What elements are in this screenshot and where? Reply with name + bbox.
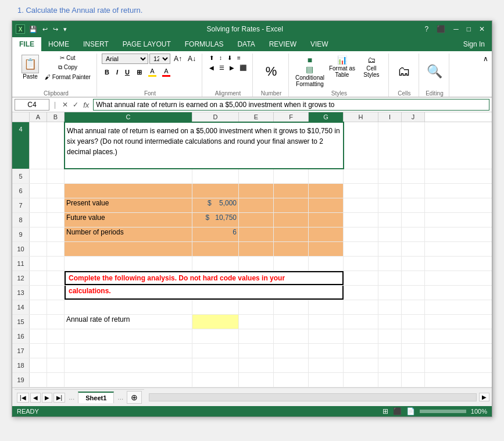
cell-i18[interactable] xyxy=(378,358,402,372)
cell-f9[interactable] xyxy=(274,227,309,241)
cell-a8[interactable] xyxy=(30,213,47,227)
cell-i6[interactable] xyxy=(378,184,402,198)
cell-c9[interactable]: Number of periods xyxy=(65,227,192,241)
undo-quick-btn[interactable]: ↩ xyxy=(41,24,49,34)
cell-c7[interactable]: Present value xyxy=(65,198,192,212)
cell-j18[interactable] xyxy=(402,358,425,372)
cell-j11[interactable] xyxy=(402,257,425,271)
cell-d10[interactable] xyxy=(192,242,239,256)
cell-f18[interactable] xyxy=(274,358,309,372)
cell-j13[interactable] xyxy=(402,286,425,300)
cell-g17[interactable] xyxy=(309,344,344,358)
cell-i14[interactable] xyxy=(378,300,402,314)
cell-e7[interactable] xyxy=(239,198,274,212)
cell-e11[interactable] xyxy=(239,257,274,271)
sheet-nav-prev[interactable]: ◀ xyxy=(30,393,41,403)
cell-g5[interactable] xyxy=(309,169,344,183)
cell-i15[interactable] xyxy=(378,315,402,329)
cell-j15[interactable] xyxy=(402,315,425,329)
cell-a17[interactable] xyxy=(30,344,47,358)
wrap-text-btn[interactable]: ≡ xyxy=(235,54,243,62)
view-normal-btn[interactable]: ⊞ xyxy=(383,407,388,415)
cell-i16[interactable] xyxy=(378,329,402,343)
sheet-nav-last[interactable]: ▶| xyxy=(53,393,66,403)
redo-quick-btn[interactable]: ↪ xyxy=(51,24,60,34)
cell-b14[interactable] xyxy=(47,300,65,314)
cell-e9[interactable] xyxy=(239,227,274,241)
cell-h19[interactable] xyxy=(344,373,378,387)
align-left-btn[interactable]: ◀ xyxy=(207,63,216,72)
cell-h5[interactable] xyxy=(344,169,378,183)
cell-reference-box[interactable] xyxy=(15,99,49,111)
view-page-layout-btn[interactable]: 📄 xyxy=(406,407,415,415)
cell-i7[interactable] xyxy=(378,198,402,212)
view-pagebreak-btn[interactable]: ⬛ xyxy=(393,407,402,415)
editing-icon-btn[interactable]: 🔍 xyxy=(427,64,442,79)
cell-c4-merged[interactable]: What annual rate of return is earned on … xyxy=(65,122,344,169)
bold-button[interactable]: B xyxy=(102,67,112,77)
minimize-btn[interactable]: ─ xyxy=(450,24,462,34)
cell-h17[interactable] xyxy=(344,344,378,358)
cell-a16[interactable] xyxy=(30,329,47,343)
cell-j4[interactable] xyxy=(402,122,425,169)
ribbon-toggle-btn[interactable]: ⬛ xyxy=(433,24,449,34)
cell-b9[interactable] xyxy=(47,227,65,241)
cell-f5[interactable] xyxy=(274,169,309,183)
align-top-btn[interactable]: ⬆ xyxy=(207,54,216,62)
cell-i19[interactable] xyxy=(378,373,402,387)
cell-c15[interactable]: Annual rate of return xyxy=(65,315,192,329)
zoom-slider[interactable] xyxy=(420,410,466,413)
fill-color-button[interactable]: A xyxy=(146,66,159,78)
cell-j5[interactable] xyxy=(402,169,425,183)
cell-b7[interactable] xyxy=(47,198,65,212)
align-middle-btn[interactable]: ↕ xyxy=(217,54,224,62)
cell-c6[interactable] xyxy=(65,184,192,198)
cell-j6[interactable] xyxy=(402,184,425,198)
paste-button[interactable]: 📋 Paste xyxy=(19,54,41,81)
cell-c10[interactable] xyxy=(65,242,192,256)
cell-h15[interactable] xyxy=(344,315,378,329)
cell-a14[interactable] xyxy=(30,300,47,314)
cell-b8[interactable] xyxy=(47,213,65,227)
cell-d17[interactable] xyxy=(192,344,239,358)
cell-g11[interactable] xyxy=(309,257,344,271)
number-format-btn[interactable]: % xyxy=(266,64,277,79)
cell-f11[interactable] xyxy=(274,257,309,271)
cell-b10[interactable] xyxy=(47,242,65,256)
cell-j19[interactable] xyxy=(402,373,425,387)
cell-b5[interactable] xyxy=(47,169,65,183)
cell-f14[interactable] xyxy=(274,300,309,314)
cell-e10[interactable] xyxy=(239,242,274,256)
cell-j12[interactable] xyxy=(402,271,425,285)
cell-b15[interactable] xyxy=(47,315,65,329)
cell-e19[interactable] xyxy=(239,373,274,387)
cell-g14[interactable] xyxy=(309,300,344,314)
col-header-d[interactable]: D xyxy=(192,112,239,122)
cell-d8[interactable]: $ 10,750 xyxy=(192,213,239,227)
cell-styles-btn[interactable]: 🗂 Cell Styles xyxy=(358,54,385,80)
cell-f16[interactable] xyxy=(274,329,309,343)
cell-i4[interactable] xyxy=(378,122,402,169)
cell-h7[interactable] xyxy=(344,198,378,212)
close-btn[interactable]: ✕ xyxy=(476,24,488,34)
horizontal-scroll-track[interactable] xyxy=(149,393,477,401)
tab-data[interactable]: DATA xyxy=(230,37,262,51)
cell-a4[interactable] xyxy=(30,122,47,169)
cell-g6[interactable] xyxy=(309,184,344,198)
cell-b11[interactable] xyxy=(47,257,65,271)
cell-f10[interactable] xyxy=(274,242,309,256)
font-color-button[interactable]: A xyxy=(160,66,173,78)
cell-e5[interactable] xyxy=(239,169,274,183)
cell-b6[interactable] xyxy=(47,184,65,198)
cell-i8[interactable] xyxy=(378,213,402,227)
cell-h9[interactable] xyxy=(344,227,378,241)
cell-e6[interactable] xyxy=(239,184,274,198)
sheet-tab-sheet1[interactable]: Sheet1 xyxy=(78,392,114,403)
copy-button[interactable]: ⧉ Copy xyxy=(42,63,93,72)
col-header-e[interactable]: E xyxy=(239,112,274,122)
cell-d5[interactable] xyxy=(192,169,239,183)
tab-view[interactable]: VIEW xyxy=(303,37,335,51)
tab-formulas[interactable]: FORMULAS xyxy=(178,37,231,51)
col-header-a[interactable]: A xyxy=(30,112,47,122)
cell-d15[interactable] xyxy=(192,315,239,329)
